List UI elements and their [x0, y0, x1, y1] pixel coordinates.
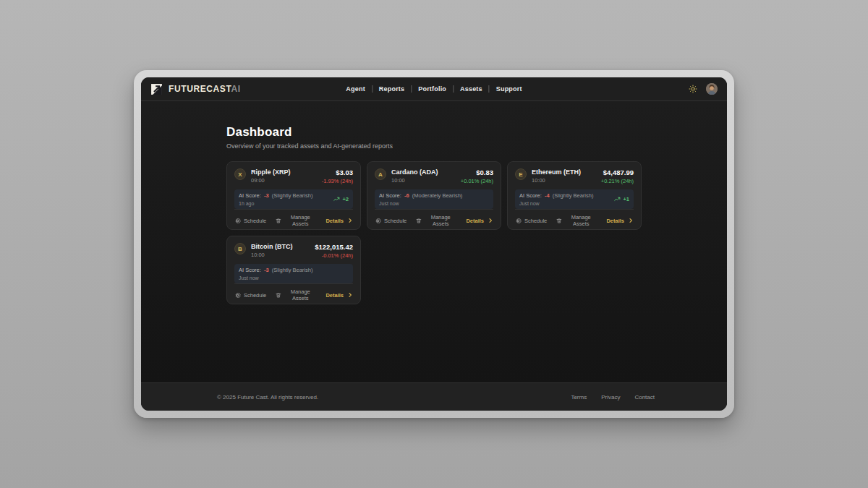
asset-identity: Ethereum (ETH) 10:00 [532, 168, 581, 184]
asset-time: 10:00 [251, 252, 293, 258]
footer-link-contact[interactable]: Contact [634, 394, 655, 401]
schedule-button-label: Schedule [244, 292, 266, 299]
asset-card-header: A Cardano (ADA) 10:00 $0.83 +0.01% (24h) [375, 168, 493, 184]
asset-price-block: $0.83 +0.01% (24h) [461, 168, 493, 184]
trash-icon [556, 218, 562, 224]
chevron-right-icon [628, 218, 634, 223]
details-button[interactable]: Details [606, 218, 634, 224]
schedule-button[interactable]: Schedule [375, 218, 407, 224]
details-button-label: Details [466, 218, 484, 224]
ai-score-updated: Just now [239, 275, 312, 281]
details-button[interactable]: Details [326, 292, 353, 299]
ai-score-sentiment: (Slightly Bearish) [272, 192, 313, 199]
nav-item-reports[interactable]: Reports [379, 85, 404, 93]
manage-assets-button-label: Manage Assets [284, 288, 316, 301]
schedule-button[interactable]: Schedule [234, 218, 266, 224]
asset-price: $0.83 [461, 168, 493, 176]
asset-card: X Ripple (XRP) 09:00 $3.03 -1.93% (24h) … [226, 161, 361, 230]
asset-price-block: $4,487.99 +0.21% (24h) [601, 168, 634, 184]
asset-time: 10:00 [532, 177, 581, 184]
manage-assets-button-label: Manage Assets [425, 214, 456, 227]
ai-score-lines: AI Score: -3 (Slightly Bearish) 1h ago [239, 192, 312, 206]
main-nav: Agent Reports Portfolio Assets Support [346, 77, 522, 100]
ai-score-value: -6 [404, 192, 409, 199]
ai-score-value: -4 [545, 192, 550, 199]
asset-price: $122,015.42 [315, 243, 353, 251]
nav-item-assets[interactable]: Assets [460, 85, 482, 93]
asset-card-actions: Schedule Manage Assets Details [234, 283, 353, 301]
asset-initial: X [238, 171, 242, 178]
details-button[interactable]: Details [326, 218, 353, 224]
asset-card-actions: Schedule Manage Assets Details [234, 209, 353, 227]
brand-logo[interactable]: FUTURECASTAI [150, 83, 241, 95]
details-button-label: Details [606, 218, 624, 224]
user-avatar[interactable] [706, 83, 718, 95]
schedule-button-label: Schedule [524, 218, 547, 224]
asset-initial: B [238, 246, 242, 252]
manage-assets-button[interactable]: Manage Assets [416, 214, 456, 227]
ai-score-lines: AI Score: -6 (Moderately Bearish) Just n… [379, 192, 462, 206]
schedule-button-label: Schedule [384, 218, 407, 224]
asset-price: $4,487.99 [601, 168, 634, 176]
schedule-button[interactable]: Schedule [234, 292, 266, 299]
trend-badge: +2 [333, 196, 349, 202]
asset-time: 09:00 [251, 177, 291, 184]
gear-icon [515, 218, 522, 224]
gear-icon [234, 218, 241, 224]
trash-icon [276, 218, 281, 224]
ai-score-updated: Just now [519, 201, 593, 206]
asset-card: A Cardano (ADA) 10:00 $0.83 +0.01% (24h)… [367, 161, 501, 230]
nav-separator [489, 85, 490, 93]
gear-icon [375, 218, 381, 224]
ai-score-updated: Just now [379, 201, 462, 206]
ai-score-updated: 1h ago [239, 201, 312, 206]
details-button[interactable]: Details [466, 218, 493, 224]
asset-price-block: $122,015.42 -0.01% (24h) [315, 243, 353, 259]
asset-identity: Cardano (ADA) 10:00 [391, 168, 438, 184]
manage-assets-button[interactable]: Manage Assets [276, 288, 316, 301]
cards-grid: X Ripple (XRP) 09:00 $3.03 -1.93% (24h) … [226, 161, 642, 304]
asset-card-header: B Bitcoin (BTC) 10:00 $122,015.42 -0.01%… [234, 243, 353, 259]
asset-time: 10:00 [391, 177, 438, 184]
ai-score-value: -3 [264, 192, 269, 199]
asset-card: B Bitcoin (BTC) 10:00 $122,015.42 -0.01%… [226, 236, 361, 304]
gear-icon [234, 292, 241, 299]
asset-card-actions: Schedule Manage Assets Details [375, 209, 493, 227]
manage-assets-button-label: Manage Assets [284, 214, 316, 227]
price-change: +0.01% (24h) [461, 178, 493, 184]
asset-card-header: X Ripple (XRP) 09:00 $3.03 -1.93% (24h) [234, 168, 353, 184]
device-frame: FUTURECASTAI Agent Reports Portfolio Ass… [134, 70, 734, 418]
manage-assets-button[interactable]: Manage Assets [276, 214, 316, 227]
page-subtitle: Overview of your tracked assets and AI-g… [226, 142, 642, 150]
trend-value: +2 [342, 196, 349, 202]
theme-toggle-button[interactable] [689, 85, 697, 93]
nav-item-portfolio[interactable]: Portfolio [418, 85, 446, 93]
manage-assets-button[interactable]: Manage Assets [556, 214, 597, 227]
brand-name-primary: FUTURECAST [169, 84, 231, 94]
footer-link-privacy[interactable]: Privacy [601, 394, 620, 401]
ai-score-line: AI Score: -4 (Slightly Bearish) [519, 192, 593, 199]
price-change: -0.01% (24h) [315, 252, 353, 259]
schedule-button[interactable]: Schedule [515, 218, 547, 224]
details-button-label: Details [326, 218, 344, 224]
nav-item-agent[interactable]: Agent [346, 85, 365, 93]
nav-separator [372, 85, 373, 93]
ai-score-strip: AI Score: -3 (Slightly Bearish) Just now [234, 264, 353, 283]
footer-link-terms[interactable]: Terms [571, 394, 587, 401]
asset-avatar: X [234, 168, 246, 180]
nav-separator [411, 85, 412, 93]
ai-score-label: AI Score: [519, 192, 542, 199]
ai-score-strip: AI Score: -3 (Slightly Bearish) 1h ago +… [234, 189, 353, 209]
trend-badge: +1 [614, 196, 629, 202]
ai-score-label: AI Score: [239, 267, 261, 273]
ai-score-label: AI Score: [239, 192, 261, 199]
copyright-text: © 2025 Future Cast. All rights reserved. [217, 394, 318, 401]
asset-avatar: B [234, 243, 246, 254]
ai-score-sentiment: (Moderately Bearish) [412, 192, 463, 199]
ai-score-sentiment: (Slightly Bearish) [272, 267, 313, 273]
topbar-right [689, 83, 718, 95]
manage-assets-button-label: Manage Assets [565, 214, 597, 227]
main-content: Dashboard Overview of your tracked asset… [141, 101, 727, 382]
nav-item-support[interactable]: Support [496, 85, 522, 93]
user-avatar-image [706, 83, 718, 95]
